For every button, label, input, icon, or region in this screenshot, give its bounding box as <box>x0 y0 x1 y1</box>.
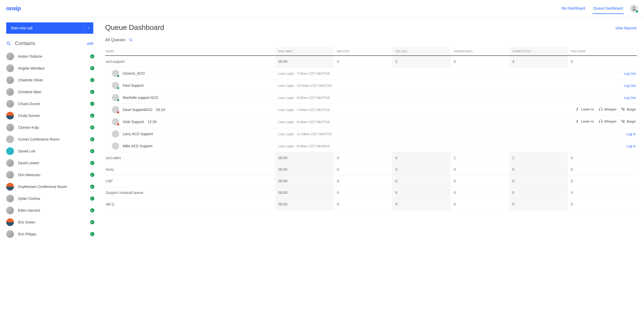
presence-indicator <box>90 185 94 189</box>
presence-indicator <box>90 173 94 177</box>
phone-plus-icon <box>621 107 625 111</box>
search-contacts-button[interactable] <box>6 41 11 46</box>
agent-name: Rachelle support ACD <box>123 96 158 100</box>
col-name[interactable]: NAME <box>105 47 275 56</box>
contact-item[interactable]: Dylan Cortina <box>6 193 96 204</box>
contact-item[interactable]: Eric Green <box>6 216 96 228</box>
queue-waiting: 0 <box>334 164 392 175</box>
search-queues-button[interactable] <box>128 37 134 42</box>
svg-line-2 <box>10 44 11 45</box>
queue-row[interactable]: testq00:0000000 <box>105 164 637 175</box>
queue-completed: 0 <box>509 199 568 210</box>
contact-item[interactable]: Don Mancuso <box>6 169 96 181</box>
contact-item[interactable]: Andon Todorov <box>6 50 96 62</box>
contact-item[interactable]: Chuck Dunne <box>6 98 96 110</box>
agent-last-login: Last Login: 8:14am CDT 06/27/19 <box>278 120 330 124</box>
col-abandoned[interactable]: ABANDONED <box>451 47 509 56</box>
contact-name: Clorece Kulp <box>18 125 86 130</box>
contact-item[interactable]: Angela Wendaur <box>6 62 96 74</box>
col-on-call[interactable]: ON CALL <box>392 47 451 56</box>
contact-name: David Lewert <box>18 161 86 165</box>
barge-button[interactable]: Barge <box>621 119 636 123</box>
contact-list[interactable]: Andon TodorovAngela WendaurCharlotte Oli… <box>6 50 98 326</box>
contact-item[interactable]: Eric Phipps <box>6 228 96 240</box>
col-max-wait[interactable]: MAX WAIT <box>275 47 334 56</box>
contact-item[interactable]: David Lewert <box>6 157 96 169</box>
presence-indicator <box>90 102 94 106</box>
contact-avatar <box>6 76 14 84</box>
start-call-dropdown[interactable] <box>84 22 93 34</box>
svg-rect-11 <box>599 122 600 123</box>
whisper-button[interactable]: Whisper <box>599 107 617 111</box>
svg-point-3 <box>130 39 132 41</box>
queue-max-wait: 00:00 <box>275 56 334 67</box>
chevron-down-icon <box>87 26 90 30</box>
start-call-group: Start new call <box>6 22 93 34</box>
contact-item[interactable]: Doylestown Conference Room <box>6 181 96 193</box>
col-waiting[interactable]: WAITING <box>334 47 392 56</box>
app-header: onsip My Dashboard Queue Dashboard <box>0 0 644 17</box>
presence-indicator <box>90 66 94 70</box>
queue-completed: 0 <box>509 164 568 175</box>
view-reports-link[interactable]: View Reports <box>615 26 637 30</box>
queue-row[interactable]: acd.support00:0002030 <box>105 56 637 67</box>
queue-max-wait: 00:00 <box>275 187 334 199</box>
log-out-link[interactable]: Log Out <box>624 96 636 100</box>
queue-on-call: 0 <box>392 164 451 175</box>
queue-on-call: 0 <box>392 187 451 199</box>
queue-row[interactable]: LNP00:0000000 <box>105 175 637 187</box>
search-icon <box>129 38 133 42</box>
log-in-link[interactable]: Log In <box>626 144 636 148</box>
agent-name: Paul Support <box>123 83 144 88</box>
nav-queue-dashboard[interactable]: Queue Dashboard <box>592 3 624 14</box>
contact-item[interactable]: Corner Conference Room <box>6 133 96 145</box>
listen-in-button[interactable]: Listen In <box>575 119 594 123</box>
agent-avatar <box>112 94 119 101</box>
log-in-link[interactable]: Log In <box>626 132 636 136</box>
contact-item[interactable]: Clorece Kulp <box>6 122 96 133</box>
contact-avatar <box>6 124 14 131</box>
agent-row: Mike ACD SupportLast Login: 8:58am CDT 0… <box>105 140 637 152</box>
agent-status-dot <box>117 123 119 126</box>
svg-rect-6 <box>599 109 600 110</box>
search-icon <box>6 41 11 46</box>
col-failover[interactable]: FAILOVER <box>568 47 637 56</box>
all-queues-label: All Queues <box>105 38 125 42</box>
contact-item[interactable]: Cindy Gomez <box>6 110 96 122</box>
start-new-call-button[interactable]: Start new call <box>6 22 84 34</box>
queue-on-call: 2 <box>392 56 451 67</box>
nav-my-dashboard[interactable]: My Dashboard <box>561 3 586 14</box>
contact-item[interactable]: Eden Harvest <box>6 204 96 216</box>
contact-item[interactable]: Daniel Lee <box>6 145 96 157</box>
queue-row[interactable]: acd.sales00:0000120 <box>105 152 637 164</box>
contact-name: Christine Miao <box>18 90 86 94</box>
contact-name: Angela Wendaur <box>18 66 86 70</box>
contact-avatar <box>6 159 14 167</box>
contact-avatar <box>6 195 14 202</box>
contact-avatar <box>6 207 14 214</box>
agent-timer: 12:30 <box>147 120 156 124</box>
queue-abandoned: 0 <box>451 199 509 210</box>
queue-row[interactable]: Support instacall queue00:0000000 <box>105 187 637 199</box>
agent-last-login: Last Login: 8:58am CDT 06/26/19 <box>278 144 330 148</box>
queue-completed: 0 <box>509 175 568 187</box>
contact-name: Chuck Dunne <box>18 102 86 106</box>
queue-row[interactable]: AB Q00:0000000 <box>105 199 637 210</box>
presence-indicator <box>90 78 94 82</box>
barge-button[interactable]: Barge <box>621 107 636 111</box>
col-completed[interactable]: COMPLETED <box>509 47 568 56</box>
user-avatar[interactable] <box>630 5 638 12</box>
presence-indicator <box>90 149 94 153</box>
agent-row: Vicki Support 12:30Last Login: 8:14am CD… <box>105 116 637 128</box>
log-out-link[interactable]: Log Out <box>624 84 636 88</box>
queue-abandoned: 0 <box>451 164 509 175</box>
add-contact-link[interactable]: Add <box>87 41 93 46</box>
listen-in-button[interactable]: Listen In <box>575 107 594 111</box>
log-out-link[interactable]: Log Out <box>624 72 636 75</box>
agent-row: Paul SupportLast Login: 10:02am CDT 06/2… <box>105 80 637 92</box>
contact-item[interactable]: Christine Miao <box>6 86 96 98</box>
queue-name: testq <box>105 164 275 175</box>
contact-name: Daniel Lee <box>18 149 86 153</box>
whisper-button[interactable]: Whisper <box>599 119 617 123</box>
contact-item[interactable]: Charlotte Oliver <box>6 74 96 86</box>
